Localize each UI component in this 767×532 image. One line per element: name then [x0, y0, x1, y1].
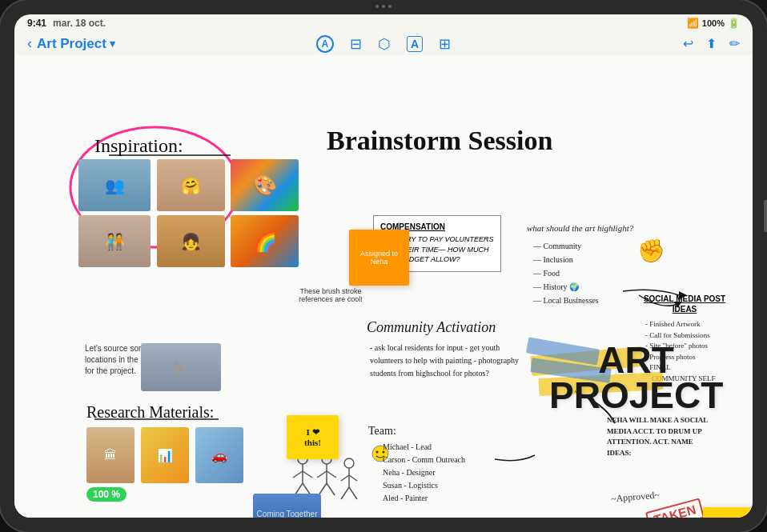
photo-bottom-center[interactable]: 👧: [157, 215, 225, 267]
sticky-neha[interactable]: Assigned to Neha: [349, 230, 409, 286]
community-text: - ask local residents for input - get yo…: [370, 342, 530, 380]
svg-line-25: [341, 487, 349, 499]
brush-strokes-note: These brush stroke references are cool!: [299, 287, 363, 303]
title-chevron[interactable]: ▾: [110, 38, 115, 50]
video-thumbnail[interactable]: ▶: [141, 343, 221, 391]
photo-top-left[interactable]: 👥: [78, 159, 151, 211]
date-display: mar. 18 oct.: [53, 18, 106, 29]
back-button[interactable]: ‹: [27, 35, 32, 52]
change-poster[interactable]: Coming Together CHANGE Coming together f…: [253, 494, 321, 518]
svg-line-18: [327, 471, 336, 478]
research-photo-2[interactable]: 📊: [141, 427, 189, 483]
inspiration-heading: Inspiration:: [94, 135, 183, 157]
svg-line-26: [349, 487, 357, 499]
tool-text-icon[interactable]: A: [407, 36, 423, 52]
photo-bottom-left[interactable]: 🧑‍🤝‍🧑: [78, 215, 151, 267]
undo-button[interactable]: ↩: [683, 36, 693, 51]
edit-button[interactable]: ✏: [729, 36, 740, 51]
svg-point-6: [376, 451, 379, 454]
photo-right-large[interactable]: 🌈: [231, 215, 299, 267]
share-button[interactable]: ⬆: [706, 36, 717, 51]
tool-table-icon[interactable]: ⊟: [350, 35, 362, 53]
sticky-love[interactable]: I ❤this!: [287, 415, 339, 459]
svg-line-11: [293, 471, 303, 478]
ipad-frame: 9:41 mar. 18 oct. 📶 100% 🔋 ‹ Art Project…: [0, 0, 767, 532]
tool-media-icon[interactable]: ⊞: [439, 35, 451, 53]
time-display: 9:41: [27, 18, 46, 29]
battery-icon: 🔋: [728, 18, 740, 29]
ipad-screen: 9:41 mar. 18 oct. 📶 100% 🔋 ‹ Art Project…: [14, 14, 753, 518]
percentage-badge: 100 %: [86, 487, 126, 502]
research-heading: Research Materials:: [86, 403, 214, 422]
fist-sticker: ✊: [637, 238, 665, 264]
wifi-icon: 📶: [687, 18, 699, 29]
sticky-danny[interactable]: Assigned to Danny: [703, 507, 753, 518]
community-heading: Community Activation: [367, 319, 496, 336]
battery-label: 100%: [702, 18, 725, 28]
svg-line-23: [341, 475, 349, 481]
tool-format-icon[interactable]: A: [316, 35, 334, 53]
side-button[interactable]: [764, 200, 767, 232]
status-bar: 9:41 mar. 18 oct. 📶 100% 🔋: [14, 14, 753, 32]
brainstorm-title: Brainstorm Session: [327, 126, 552, 156]
art-highlight-list: — Community — Inclusion — Food — History…: [533, 239, 599, 307]
signature: ~Approved~: [610, 489, 660, 505]
svg-point-21: [344, 458, 354, 468]
svg-line-19: [319, 483, 327, 495]
photo-top-center[interactable]: 🤗: [157, 159, 225, 211]
photo-top-right[interactable]: 🎨: [231, 159, 299, 211]
art-project-logo: ARTPROJECT: [549, 343, 723, 413]
svg-line-17: [317, 471, 327, 478]
team-heading: Team:: [368, 425, 396, 438]
document-title[interactable]: Art Project ▾: [37, 36, 115, 52]
neha-note: NEHA WILL MAKE A SOCIAL MEDIA ACCT. TO D…: [607, 415, 719, 458]
canvas-area[interactable]: Inspiration: 👥 🤗 🎨 🧑‍🤝‍🧑 👧 🌈: [14, 55, 753, 518]
toolbar: ‹ Art Project ▾ A ⊟ ⬡ A ⊞ ↩ ⬆ ✏: [14, 32, 753, 55]
research-photo-1[interactable]: 🏛: [86, 427, 135, 483]
svg-line-24: [349, 475, 357, 481]
art-highlight-question: what should the art highlight?: [527, 223, 633, 233]
team-list: Michael - Lead Carson - Comm Outreach Ne…: [383, 441, 465, 505]
svg-line-12: [303, 471, 312, 478]
research-photo-3[interactable]: 🚗: [195, 427, 243, 483]
social-media-heading: SOCIAL MEDIA POST IDEAS: [641, 294, 729, 314]
svg-line-20: [327, 483, 335, 495]
tool-shape-icon[interactable]: ⬡: [378, 35, 391, 53]
